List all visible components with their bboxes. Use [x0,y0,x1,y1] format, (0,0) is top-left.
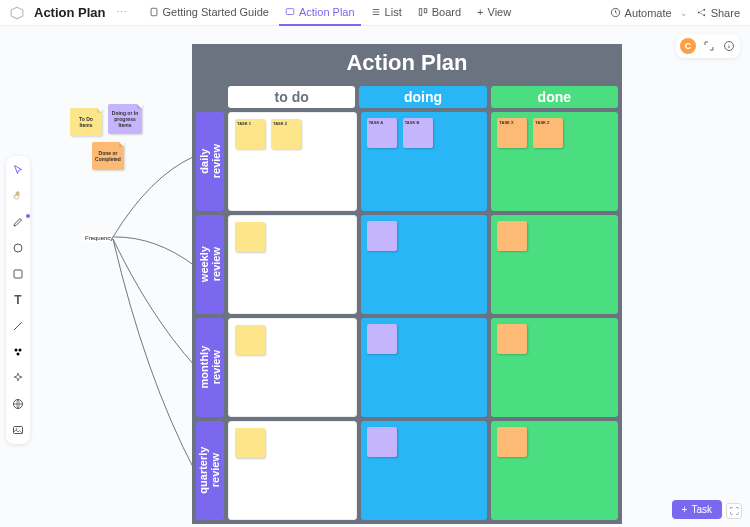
row-label: monthlyreview [196,318,224,417]
frequency-label[interactable]: Frequency [82,234,116,242]
ai-tool[interactable] [10,370,26,386]
sticky-note[interactable] [497,221,527,251]
svg-rect-1 [151,8,157,16]
view-tabs: Getting Started Guide Action Plan List B… [143,0,518,26]
svg-rect-3 [419,8,422,15]
tab-add-view[interactable]: + View [471,0,517,26]
cell-todo[interactable] [228,421,357,520]
shapes-tool[interactable] [10,344,26,360]
cell-done[interactable] [491,421,618,520]
fit-icon[interactable] [702,39,716,53]
share-button[interactable]: Share [696,7,740,19]
cell-doing[interactable] [361,215,488,314]
whiteboard-canvas[interactable]: C T To Do Items Doing or In progress Ite… [0,26,750,527]
image-tool[interactable] [10,422,26,438]
svg-marker-0 [11,7,23,19]
cell-todo[interactable] [228,318,357,417]
sticky-note[interactable] [235,428,265,458]
board-icon [418,7,428,17]
connector-tool[interactable] [10,318,26,334]
svg-point-10 [14,244,22,252]
legend-label: To Do Items [72,116,100,128]
sticky-note[interactable]: TASK 2 [271,119,301,149]
svg-point-7 [703,9,705,11]
cell-doing[interactable] [361,421,488,520]
column-headers: to do doing done [192,82,622,108]
sticky-note[interactable]: TASK 1 [235,119,265,149]
svg-point-13 [19,349,22,352]
tab-label: Action Plan [299,6,355,18]
whiteboard-icon [285,7,295,17]
svg-point-6 [697,12,699,14]
sticky-tool[interactable] [10,266,26,282]
hand-tool[interactable] [10,188,26,204]
legend-done-sticky[interactable]: Done or Completed [92,142,124,170]
cell-todo[interactable] [228,215,357,314]
sticky-note[interactable] [497,324,527,354]
shape-tool[interactable] [10,240,26,256]
cursor-tool[interactable] [10,162,26,178]
legend-doing-sticky[interactable]: Doing or In progress Items [108,104,142,134]
sticky-note[interactable]: TASK A [367,118,397,148]
expand-button[interactable]: ⛶ [726,503,742,519]
sticky-note[interactable] [497,427,527,457]
page-title[interactable]: Action Plan [34,5,106,20]
sticky-note[interactable] [235,325,265,355]
board-title: Action Plan [192,44,622,82]
svg-point-12 [15,349,18,352]
sticky-note[interactable]: TASK B [403,118,433,148]
cell-done[interactable] [491,215,618,314]
svg-rect-2 [286,8,294,14]
more-icon[interactable]: ⋯ [116,6,127,19]
board-row: monthlyreview [196,318,618,417]
sticky-note[interactable]: TASK X [497,118,527,148]
cell-done[interactable]: TASK XTASK Z [491,112,618,211]
doc-icon [149,7,159,17]
sticky-note[interactable] [235,222,265,252]
tab-label: Board [432,6,461,18]
legend-label: Doing or In progress Items [110,110,140,128]
cell-doing[interactable]: TASK ATASK B [361,112,488,211]
tab-label: Getting Started Guide [163,6,269,18]
tab-label: List [385,6,402,18]
plus-icon: + [477,6,483,18]
task-button-label: Task [691,504,712,515]
col-head-doing: doing [359,86,486,108]
board-rows: dailyreviewTASK 1TASK 2TASK ATASK BTASK … [192,108,622,524]
sticky-note[interactable] [367,221,397,251]
sticky-note[interactable] [367,427,397,457]
automate-icon [610,7,621,18]
list-icon [371,7,381,17]
sticky-note[interactable] [367,324,397,354]
workspace-icon[interactable] [10,6,24,20]
cell-done[interactable] [491,318,618,417]
legend-label: Done or Completed [94,150,122,162]
sticky-note[interactable]: TASK Z [533,118,563,148]
col-head-todo: to do [228,86,355,108]
info-icon[interactable] [722,39,736,53]
col-head-done: done [491,86,618,108]
globe-tool[interactable] [10,396,26,412]
tab-getting-started[interactable]: Getting Started Guide [143,0,275,26]
tab-label: View [488,6,512,18]
chevron-down-icon[interactable]: ⌄ [680,8,688,18]
tab-board[interactable]: Board [412,0,467,26]
board-row: dailyreviewTASK 1TASK 2TASK ATASK BTASK … [196,112,618,211]
svg-point-14 [17,353,20,356]
automate-button[interactable]: Automate [610,7,672,19]
row-label: quarterlyreview [196,421,224,520]
text-tool[interactable]: T [10,292,26,308]
board-row: quarterlyreview [196,421,618,520]
cell-doing[interactable] [361,318,488,417]
action-plan-board[interactable]: Action Plan to do doing done dailyreview… [192,44,622,524]
pen-tool[interactable] [10,214,26,230]
presence-strip: C [676,34,740,58]
share-icon [696,7,707,18]
svg-rect-4 [424,8,427,12]
task-button[interactable]: + Task [672,500,722,519]
avatar[interactable]: C [680,38,696,54]
cell-todo[interactable]: TASK 1TASK 2 [228,112,357,211]
tab-action-plan[interactable]: Action Plan [279,0,361,26]
tab-list[interactable]: List [365,0,408,26]
legend-todo-sticky[interactable]: To Do Items [70,108,102,136]
